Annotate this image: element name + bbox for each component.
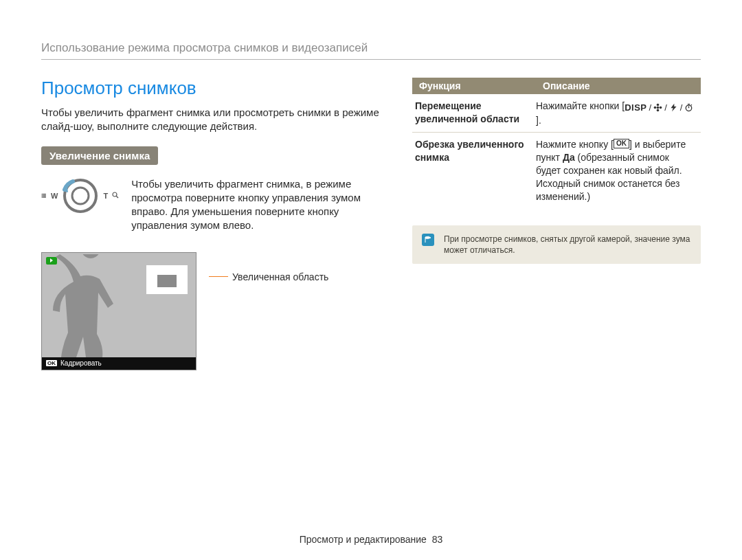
table-row: Обрезка увеличенного снимка Нажмите кноп… bbox=[412, 133, 701, 209]
table-row: Перемещение увеличенной области Нажимайт… bbox=[412, 94, 701, 133]
disp-icon: DISP bbox=[625, 102, 647, 114]
svg-point-8 bbox=[654, 107, 657, 109]
divider bbox=[41, 59, 701, 60]
dial-icon bbox=[62, 177, 99, 214]
note-text: При просмотре снимков, снятых другой кам… bbox=[444, 234, 691, 256]
row0-suffix: ]. bbox=[536, 115, 541, 126]
callout-label: Увеличенная область bbox=[232, 271, 328, 282]
svg-line-14 bbox=[691, 105, 692, 106]
ok-inline-icon: OK bbox=[614, 139, 629, 148]
ok-icon: OK bbox=[46, 360, 57, 366]
zoom-instruction-text: Чтобы увеличить фрагмент снимка, в режим… bbox=[131, 177, 372, 233]
camera-screenshot: OK Кадрировать bbox=[41, 252, 196, 370]
callout-line bbox=[209, 276, 228, 277]
timer-icon bbox=[684, 103, 693, 112]
row1-label: Обрезка увеличенного снимка bbox=[412, 133, 536, 209]
table-header-description: Описание bbox=[536, 78, 701, 94]
row1-desc: Нажмите кнопку [OK] и выберите пункт Да … bbox=[536, 133, 701, 209]
row1-prefix: Нажмите кнопку [ bbox=[536, 139, 614, 150]
flash-icon bbox=[669, 103, 678, 112]
svg-point-1 bbox=[72, 188, 89, 204]
svg-point-5 bbox=[657, 107, 660, 109]
zoom-region-overlay bbox=[146, 265, 188, 294]
svg-point-3 bbox=[113, 192, 117, 197]
svg-line-4 bbox=[116, 196, 118, 198]
svg-point-7 bbox=[657, 109, 660, 112]
section-title: Просмотр снимков bbox=[41, 78, 385, 99]
flower-icon bbox=[653, 103, 662, 112]
page-number: 83 bbox=[432, 534, 443, 545]
subheading-zoom: Увеличение снимка bbox=[41, 146, 158, 165]
zoom-w-label: W bbox=[51, 192, 58, 200]
breadcrumb: Использование режима просмотра снимков и… bbox=[41, 41, 701, 55]
intro-text: Чтобы увеличить фрагмент снимка или прос… bbox=[41, 106, 385, 134]
row0-desc: Нажимайте кнопки [ DISP/// ]. bbox=[536, 94, 701, 133]
svg-point-9 bbox=[660, 107, 662, 109]
svg-marker-10 bbox=[671, 104, 676, 111]
row0-label: Перемещение увеличенной области bbox=[412, 94, 536, 133]
page-footer: Просмотр и редактирование 83 bbox=[0, 534, 742, 545]
child-silhouette-icon bbox=[53, 254, 135, 357]
table-header-function: Функция bbox=[412, 78, 536, 94]
magnify-icon bbox=[112, 192, 119, 200]
screenshot-bottom-label: Кадрировать bbox=[60, 359, 102, 367]
zoom-t-label: T bbox=[103, 192, 108, 200]
note-box: При просмотре снимков, снятых другой кам… bbox=[412, 225, 701, 264]
zoom-dial: ▦ W T bbox=[41, 177, 119, 214]
function-table: Функция Описание Перемещение увеличенной… bbox=[412, 78, 701, 209]
svg-point-6 bbox=[657, 104, 660, 107]
footer-text: Просмотр и редактирование bbox=[300, 534, 427, 545]
note-icon bbox=[422, 234, 434, 246]
row1-bold: Да bbox=[563, 152, 575, 163]
zoom-region-highlight bbox=[157, 275, 177, 287]
row0-prefix: Нажимайте кнопки [ bbox=[536, 100, 625, 111]
grid-icon: ▦ bbox=[41, 192, 47, 199]
